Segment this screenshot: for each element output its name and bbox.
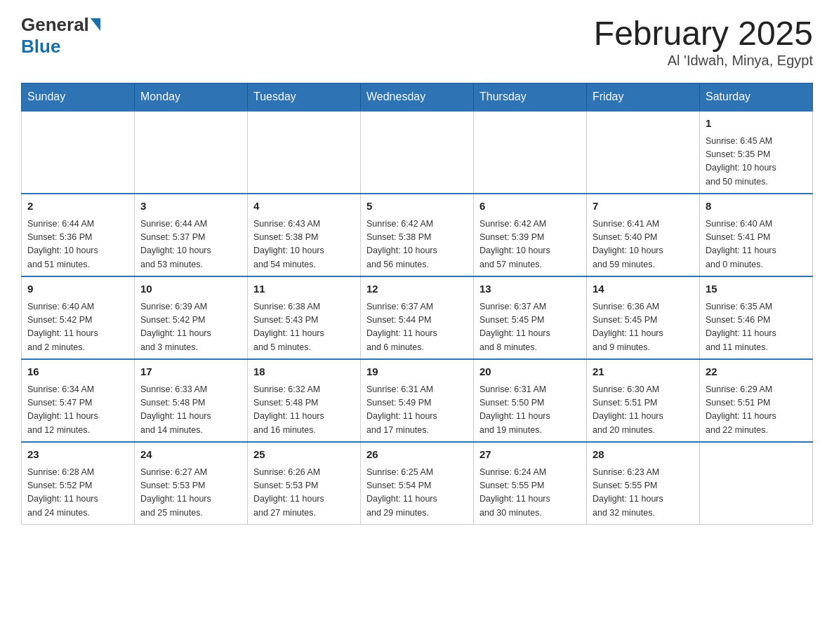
weekday-header-wednesday: Wednesday	[361, 83, 474, 112]
day-number: 3	[140, 199, 241, 215]
calendar-cell: 13Sunrise: 6:37 AMSunset: 5:45 PMDayligh…	[474, 276, 587, 359]
weekday-header-sunday: Sunday	[22, 83, 135, 112]
day-number: 13	[479, 281, 581, 297]
day-number: 12	[366, 281, 468, 297]
calendar-cell	[248, 111, 361, 194]
page-header: General Blue February 2025 Al 'Idwah, Mi…	[21, 14, 813, 69]
calendar-cell: 10Sunrise: 6:39 AMSunset: 5:42 PMDayligh…	[135, 276, 248, 359]
logo: General Blue	[21, 14, 100, 58]
day-info: Sunrise: 6:41 AMSunset: 5:40 PMDaylight:…	[593, 217, 694, 272]
day-number: 4	[253, 199, 355, 215]
calendar-cell: 17Sunrise: 6:33 AMSunset: 5:48 PMDayligh…	[135, 359, 248, 442]
day-info: Sunrise: 6:30 AMSunset: 5:51 PMDaylight:…	[593, 383, 694, 438]
day-info: Sunrise: 6:40 AMSunset: 5:41 PMDaylight:…	[706, 217, 807, 272]
day-number: 18	[253, 364, 355, 380]
day-number: 9	[27, 281, 128, 297]
day-number: 27	[479, 447, 581, 463]
day-number: 25	[253, 447, 355, 463]
day-number: 1	[706, 116, 807, 132]
weekday-header-friday: Friday	[587, 83, 700, 112]
calendar-cell: 14Sunrise: 6:36 AMSunset: 5:45 PMDayligh…	[587, 276, 700, 359]
calendar-cell: 8Sunrise: 6:40 AMSunset: 5:41 PMDaylight…	[700, 194, 813, 276]
day-info: Sunrise: 6:44 AMSunset: 5:37 PMDaylight:…	[140, 217, 241, 272]
weekday-header-saturday: Saturday	[700, 83, 813, 112]
week-row-5: 23Sunrise: 6:28 AMSunset: 5:52 PMDayligh…	[22, 442, 813, 525]
day-info: Sunrise: 6:23 AMSunset: 5:55 PMDaylight:…	[593, 466, 694, 521]
calendar-cell: 3Sunrise: 6:44 AMSunset: 5:37 PMDaylight…	[135, 194, 248, 276]
calendar-cell: 1Sunrise: 6:45 AMSunset: 5:35 PMDaylight…	[700, 111, 813, 194]
day-info: Sunrise: 6:26 AMSunset: 5:53 PMDaylight:…	[253, 466, 355, 521]
week-row-3: 9Sunrise: 6:40 AMSunset: 5:42 PMDaylight…	[22, 276, 813, 359]
calendar-cell: 6Sunrise: 6:42 AMSunset: 5:39 PMDaylight…	[474, 194, 587, 276]
calendar-cell: 27Sunrise: 6:24 AMSunset: 5:55 PMDayligh…	[474, 442, 587, 525]
calendar-cell: 25Sunrise: 6:26 AMSunset: 5:53 PMDayligh…	[248, 442, 361, 525]
logo-arrow-icon	[91, 18, 100, 31]
calendar-cell: 5Sunrise: 6:42 AMSunset: 5:38 PMDaylight…	[361, 194, 474, 276]
weekday-header-thursday: Thursday	[474, 83, 587, 112]
calendar-cell: 16Sunrise: 6:34 AMSunset: 5:47 PMDayligh…	[22, 359, 135, 442]
day-info: Sunrise: 6:40 AMSunset: 5:42 PMDaylight:…	[27, 300, 128, 355]
day-number: 8	[706, 199, 807, 215]
calendar-cell	[135, 111, 248, 194]
day-info: Sunrise: 6:35 AMSunset: 5:46 PMDaylight:…	[706, 300, 807, 355]
calendar-cell: 7Sunrise: 6:41 AMSunset: 5:40 PMDaylight…	[587, 194, 700, 276]
calendar-cell: 4Sunrise: 6:43 AMSunset: 5:38 PMDaylight…	[248, 194, 361, 276]
calendar-cell: 26Sunrise: 6:25 AMSunset: 5:54 PMDayligh…	[361, 442, 474, 525]
weekday-header-monday: Monday	[135, 83, 248, 112]
day-number: 16	[27, 364, 128, 380]
day-info: Sunrise: 6:31 AMSunset: 5:50 PMDaylight:…	[479, 383, 581, 438]
calendar-header-row: SundayMondayTuesdayWednesdayThursdayFrid…	[22, 83, 813, 112]
day-info: Sunrise: 6:39 AMSunset: 5:42 PMDaylight:…	[140, 300, 241, 355]
day-info: Sunrise: 6:27 AMSunset: 5:53 PMDaylight:…	[140, 466, 241, 521]
calendar-cell: 19Sunrise: 6:31 AMSunset: 5:49 PMDayligh…	[361, 359, 474, 442]
calendar-cell: 9Sunrise: 6:40 AMSunset: 5:42 PMDaylight…	[22, 276, 135, 359]
day-number: 19	[366, 364, 468, 380]
logo-general-text: General	[21, 14, 89, 36]
calendar-cell: 23Sunrise: 6:28 AMSunset: 5:52 PMDayligh…	[22, 442, 135, 525]
day-info: Sunrise: 6:38 AMSunset: 5:43 PMDaylight:…	[253, 300, 355, 355]
calendar-cell	[22, 111, 135, 194]
day-info: Sunrise: 6:28 AMSunset: 5:52 PMDaylight:…	[27, 466, 128, 521]
day-info: Sunrise: 6:37 AMSunset: 5:45 PMDaylight:…	[479, 300, 581, 355]
day-number: 21	[593, 364, 694, 380]
calendar-cell: 2Sunrise: 6:44 AMSunset: 5:36 PMDaylight…	[22, 194, 135, 276]
day-info: Sunrise: 6:36 AMSunset: 5:45 PMDaylight:…	[593, 300, 694, 355]
day-info: Sunrise: 6:32 AMSunset: 5:48 PMDaylight:…	[253, 383, 355, 438]
day-number: 2	[27, 199, 128, 215]
day-number: 28	[593, 447, 694, 463]
calendar-title: February 2025	[594, 14, 813, 53]
calendar-cell	[474, 111, 587, 194]
calendar-cell: 12Sunrise: 6:37 AMSunset: 5:44 PMDayligh…	[361, 276, 474, 359]
weekday-header-tuesday: Tuesday	[248, 83, 361, 112]
day-info: Sunrise: 6:42 AMSunset: 5:39 PMDaylight:…	[479, 217, 581, 272]
title-area: February 2025 Al 'Idwah, Minya, Egypt	[594, 14, 813, 69]
day-info: Sunrise: 6:33 AMSunset: 5:48 PMDaylight:…	[140, 383, 241, 438]
day-number: 23	[27, 447, 128, 463]
day-number: 20	[479, 364, 581, 380]
day-number: 10	[140, 281, 241, 297]
logo-blue-text: Blue	[21, 36, 60, 57]
day-number: 17	[140, 364, 241, 380]
calendar-cell	[361, 111, 474, 194]
calendar-table: SundayMondayTuesdayWednesdayThursdayFrid…	[21, 83, 813, 525]
day-info: Sunrise: 6:24 AMSunset: 5:55 PMDaylight:…	[479, 466, 581, 521]
day-number: 5	[366, 199, 468, 215]
calendar-cell: 20Sunrise: 6:31 AMSunset: 5:50 PMDayligh…	[474, 359, 587, 442]
day-number: 26	[366, 447, 468, 463]
day-number: 24	[140, 447, 241, 463]
calendar-cell	[587, 111, 700, 194]
day-info: Sunrise: 6:45 AMSunset: 5:35 PMDaylight:…	[706, 135, 807, 189]
day-info: Sunrise: 6:42 AMSunset: 5:38 PMDaylight:…	[366, 217, 468, 272]
calendar-cell: 24Sunrise: 6:27 AMSunset: 5:53 PMDayligh…	[135, 442, 248, 525]
day-number: 22	[706, 364, 807, 380]
calendar-subtitle: Al 'Idwah, Minya, Egypt	[594, 53, 813, 69]
calendar-cell: 28Sunrise: 6:23 AMSunset: 5:55 PMDayligh…	[587, 442, 700, 525]
day-info: Sunrise: 6:29 AMSunset: 5:51 PMDaylight:…	[706, 383, 807, 438]
week-row-4: 16Sunrise: 6:34 AMSunset: 5:47 PMDayligh…	[22, 359, 813, 442]
day-number: 6	[479, 199, 581, 215]
day-info: Sunrise: 6:25 AMSunset: 5:54 PMDaylight:…	[366, 466, 468, 521]
week-row-1: 1Sunrise: 6:45 AMSunset: 5:35 PMDaylight…	[22, 111, 813, 194]
calendar-cell: 18Sunrise: 6:32 AMSunset: 5:48 PMDayligh…	[248, 359, 361, 442]
day-info: Sunrise: 6:44 AMSunset: 5:36 PMDaylight:…	[27, 217, 128, 272]
day-info: Sunrise: 6:31 AMSunset: 5:49 PMDaylight:…	[366, 383, 468, 438]
